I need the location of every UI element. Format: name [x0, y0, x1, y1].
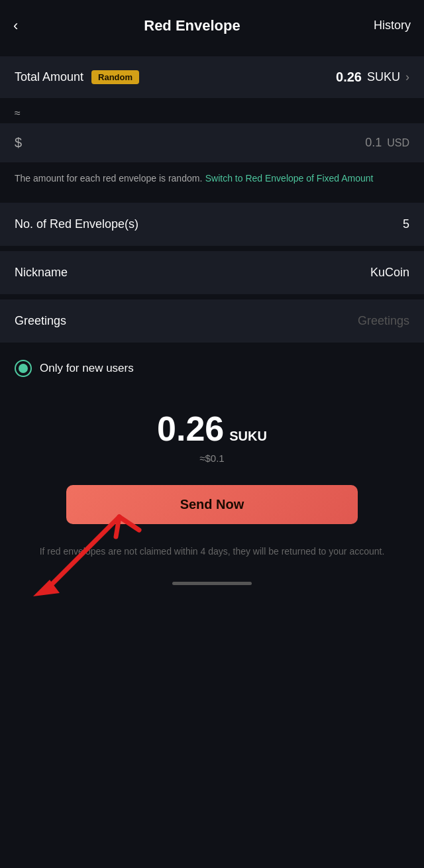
total-amount-label: Total Amount	[15, 70, 83, 84]
approx-row: ≈	[0, 103, 424, 123]
summary-currency: SUKU	[229, 429, 267, 444]
amount-currency: SUKU	[367, 70, 400, 84]
page-title: Red Envelope	[40, 17, 344, 34]
dollar-sign-icon: $	[15, 135, 22, 150]
greetings-row[interactable]: Greetings Greetings	[0, 299, 424, 343]
summary-big-number: 0.26	[157, 409, 224, 449]
chevron-right-icon: ›	[405, 70, 409, 84]
home-indicator	[0, 572, 424, 598]
greetings-label: Greetings	[15, 314, 66, 328]
amount-display[interactable]: 0.26 SUKU ›	[336, 70, 409, 85]
send-now-button[interactable]: Send Now	[66, 485, 358, 524]
usd-value: 0.1	[365, 136, 382, 150]
random-badge: Random	[91, 70, 139, 84]
footer-note: If red envelopes are not claimed within …	[0, 539, 424, 572]
toggle-inner-dot	[19, 364, 28, 373]
history-button[interactable]: History	[344, 19, 411, 32]
nickname-label: Nickname	[15, 266, 68, 280]
summary-section: 0.26 SUKU ≈$0.1	[0, 389, 424, 470]
new-users-row[interactable]: Only for new users	[0, 348, 424, 389]
summary-usd: ≈$0.1	[15, 453, 409, 464]
back-button[interactable]: ‹	[13, 17, 40, 34]
send-button-container: Send Now	[0, 470, 424, 539]
envelopes-label: No. of Red Envelope(s)	[15, 217, 138, 231]
summary-amount-display: 0.26 SUKU	[15, 409, 409, 449]
header: ‹ Red Envelope History	[0, 0, 424, 51]
usd-section: $ 0.1 USD	[0, 123, 424, 162]
home-bar	[172, 582, 252, 585]
approx-symbol: ≈	[15, 107, 21, 119]
total-amount-section: Total Amount Random 0.26 SUKU ›	[0, 56, 424, 98]
nickname-value: KuCoin	[370, 266, 409, 280]
info-section: The amount for each red envelope is rand…	[0, 162, 424, 197]
envelopes-row[interactable]: No. of Red Envelope(s) 5	[0, 203, 424, 246]
amount-value: 0.26	[336, 70, 362, 85]
envelopes-value: 5	[403, 217, 409, 231]
switch-to-fixed-link[interactable]: Switch to Red Envelope of Fixed Amount	[205, 173, 374, 184]
nickname-row[interactable]: Nickname KuCoin	[0, 251, 424, 294]
footer-text: If red envelopes are not claimed within …	[40, 546, 385, 557]
greetings-placeholder: Greetings	[358, 314, 409, 328]
new-users-toggle[interactable]	[15, 360, 32, 377]
info-text: The amount for each red envelope is rand…	[15, 173, 202, 184]
usd-label: USD	[387, 137, 409, 149]
new-users-label: Only for new users	[40, 362, 134, 375]
